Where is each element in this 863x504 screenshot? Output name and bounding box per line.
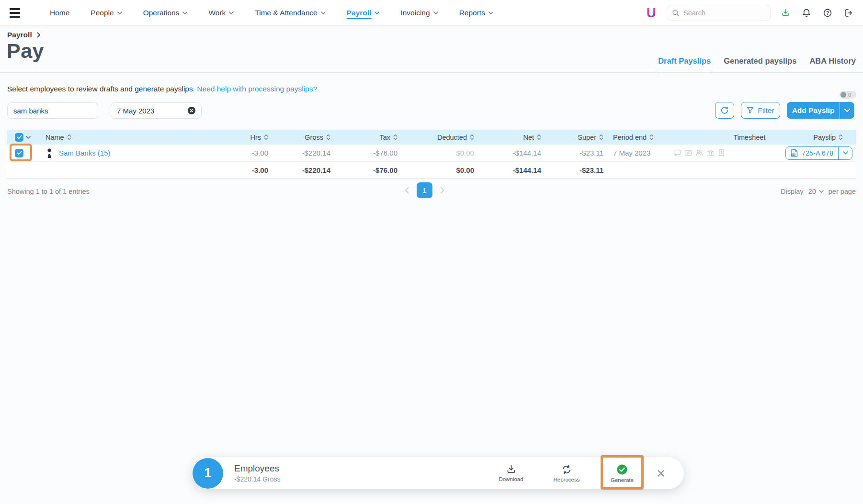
generate-button[interactable]: Generate xyxy=(605,464,639,483)
totals-row: -3.00 -$220.14 -$76.00 $0.00 -$144.14 -$… xyxy=(7,162,856,179)
sort-icon[interactable] xyxy=(537,134,541,140)
prev-page-icon[interactable] xyxy=(405,187,409,194)
help-link[interactable]: Need help with processing payslips? xyxy=(197,85,317,93)
pay-date-field[interactable]: 7 May 2023 xyxy=(111,102,202,119)
logo: U xyxy=(647,5,656,21)
col-payslip[interactable]: Payslip xyxy=(813,134,836,141)
selected-count-badge: 1 xyxy=(193,458,223,489)
logout-icon[interactable] xyxy=(842,6,855,20)
col-gross[interactable]: Gross xyxy=(305,134,323,141)
chevron-down-icon xyxy=(433,11,438,14)
col-tax[interactable]: Tax xyxy=(379,134,390,141)
total-hrs: -3.00 xyxy=(252,166,268,174)
select-menu-chevron-icon[interactable] xyxy=(26,136,31,139)
nav-item-invoicing[interactable]: Invoicing xyxy=(400,9,438,17)
page-size-select[interactable]: 20 xyxy=(808,188,824,195)
sort-icon[interactable] xyxy=(470,134,474,140)
page-size-control: Display 20 per page xyxy=(781,188,856,195)
cell-tax: -$76.00 xyxy=(373,149,397,157)
selection-action-bar: 1 Employees -$220.14 Gross Download Repr… xyxy=(192,457,684,489)
col-super[interactable]: Super xyxy=(578,134,596,141)
payslips-table: Name Hrs Gross Tax Deducted Net Super Pe… xyxy=(7,130,856,179)
add-payslip-dropdown[interactable] xyxy=(840,102,854,119)
employee-name-link[interactable]: Sam Banks (15) xyxy=(59,149,111,157)
global-search[interactable] xyxy=(667,5,771,21)
breadcrumb-payroll[interactable]: Payroll xyxy=(7,31,32,39)
tab-aba-history[interactable]: ABA History xyxy=(809,56,856,72)
nav-item-reports[interactable]: Reports xyxy=(459,9,493,17)
help-icon[interactable]: ? xyxy=(821,6,834,20)
nav-item-people[interactable]: People xyxy=(91,9,122,17)
sort-icon[interactable] xyxy=(599,134,603,140)
badge-dot xyxy=(840,92,846,98)
nav-item-work[interactable]: Work xyxy=(208,9,234,17)
download-button[interactable]: Download xyxy=(494,464,528,482)
col-net[interactable]: Net xyxy=(523,134,534,141)
col-period-end[interactable]: Period end xyxy=(613,134,647,141)
nav-item-home[interactable]: Home xyxy=(50,9,69,17)
next-page-icon[interactable] xyxy=(440,187,444,194)
reprocess-button[interactable]: Reprocess xyxy=(550,464,583,482)
refresh-button[interactable] xyxy=(715,102,734,119)
row-checkbox[interactable] xyxy=(15,149,23,157)
funnel-icon xyxy=(747,107,754,114)
payslip-dropdown-chevron-icon[interactable] xyxy=(838,147,852,159)
display-label: Display xyxy=(781,188,804,195)
clear-date-icon[interactable] xyxy=(188,107,195,114)
col-hrs[interactable]: Hrs xyxy=(250,134,261,141)
tab-generated-payslips[interactable]: Generated payslips xyxy=(724,56,796,72)
notifications-bell-icon[interactable] xyxy=(800,6,813,20)
total-super: -$23.11 xyxy=(579,166,603,174)
pagination: 1 xyxy=(405,182,444,198)
select-all-checkbox[interactable] xyxy=(15,133,23,142)
reprocess-icon xyxy=(561,464,572,475)
employee-search-input[interactable] xyxy=(13,107,92,115)
global-search-input[interactable] xyxy=(683,9,766,17)
chevron-down-icon xyxy=(117,11,122,14)
comment-icon[interactable] xyxy=(673,149,681,157)
refresh-icon xyxy=(720,106,729,115)
nav-item-payroll[interactable]: Payroll xyxy=(347,9,380,17)
top-bar: Home People Operations Work Time & Atten… xyxy=(0,0,863,26)
cell-net: -$144.14 xyxy=(513,149,541,157)
page-title: Pay xyxy=(7,39,44,63)
download-updates-icon[interactable] xyxy=(779,6,792,20)
download-icon xyxy=(506,464,516,474)
nav-item-operations[interactable]: Operations xyxy=(143,9,188,17)
people-icon[interactable] xyxy=(695,149,704,157)
col-deducted[interactable]: Deducted xyxy=(437,134,467,141)
sync-icon[interactable] xyxy=(684,149,693,157)
cell-gross: -$220.14 xyxy=(302,149,330,157)
avatar xyxy=(45,148,53,158)
pdf-icon: PDF xyxy=(791,149,798,157)
filter-button[interactable]: Filter xyxy=(741,102,780,119)
add-payslip-button[interactable]: Add Payslip xyxy=(787,102,854,119)
sort-icon[interactable] xyxy=(326,134,330,140)
sort-icon[interactable] xyxy=(393,134,397,140)
filter-count-badge: 0 xyxy=(840,91,856,99)
sort-icon[interactable] xyxy=(264,134,268,140)
page-number-button[interactable]: 1 xyxy=(417,182,432,198)
receipt-icon[interactable] xyxy=(717,149,726,157)
nav-item-time-attendance[interactable]: Time & Attendance xyxy=(255,9,325,17)
sort-icon[interactable] xyxy=(649,134,654,140)
bank-icon[interactable] xyxy=(706,149,715,157)
hamburger-menu-icon[interactable] xyxy=(10,4,27,22)
sort-icon[interactable] xyxy=(67,134,71,140)
col-timesheet: Timesheet xyxy=(733,134,765,141)
col-name[interactable]: Name xyxy=(45,134,64,141)
breadcrumb: Payroll xyxy=(7,31,41,39)
generate-check-icon xyxy=(616,464,628,475)
chevron-down-icon xyxy=(375,11,379,14)
total-gross: -$220.14 xyxy=(302,166,330,174)
sort-icon[interactable] xyxy=(839,134,843,140)
payslip-reference-button[interactable]: PDF 725-A 678 xyxy=(785,146,852,160)
close-action-bar-icon[interactable] xyxy=(655,468,667,479)
tab-draft-payslips[interactable]: Draft Payslips xyxy=(658,56,711,73)
tab-bar: Draft Payslips Generated payslips ABA Hi… xyxy=(658,56,856,73)
total-tax: -$76.00 xyxy=(373,166,397,174)
header-divider xyxy=(0,72,863,73)
employee-search-field[interactable] xyxy=(7,102,98,119)
svg-text:?: ? xyxy=(826,10,829,15)
chevron-down-icon xyxy=(229,11,234,14)
